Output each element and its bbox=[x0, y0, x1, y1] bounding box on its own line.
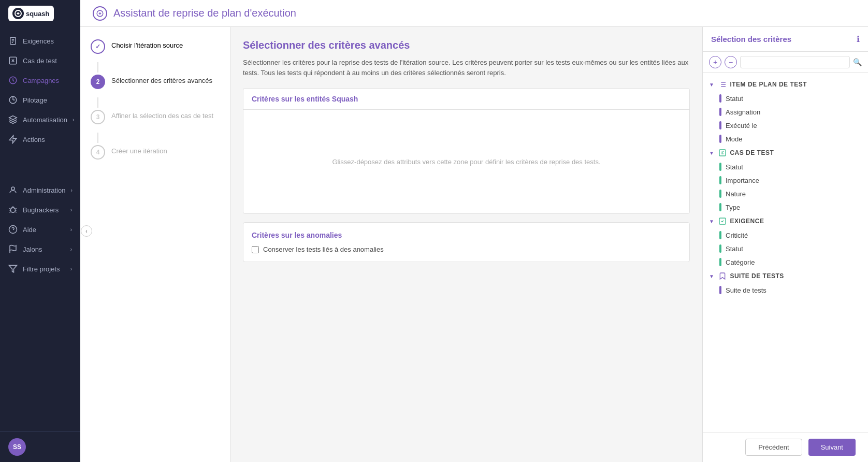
tree-item-criticite-exig[interactable]: Criticité bbox=[703, 228, 868, 242]
tree-item-categorie-exig[interactable]: Catégorie bbox=[703, 255, 868, 269]
prev-button[interactable]: Précédent bbox=[745, 439, 802, 456]
bar-icon bbox=[719, 121, 721, 129]
step-connector-2 bbox=[97, 97, 98, 108]
collapse-icon-item-plan-test: ▼ bbox=[709, 82, 714, 88]
tree-group-item-plan-test[interactable]: ▼ ITEM DE PLAN DE TEST bbox=[703, 77, 868, 92]
tree-group-suite-de-tests-label: SUITE DE TESTS bbox=[730, 272, 862, 280]
bar-icon bbox=[719, 244, 721, 253]
add-criteria-button[interactable]: + bbox=[709, 56, 721, 68]
admin-icon bbox=[8, 185, 18, 195]
tree-item-importance-cdt[interactable]: Importance bbox=[703, 174, 868, 187]
tree-item-label: Suite de tests bbox=[726, 286, 766, 294]
sidebar-item-exigences[interactable]: Exigences bbox=[0, 31, 80, 51]
criteria-selection-header: Sélection des critères ℹ bbox=[703, 27, 868, 52]
bar-icon bbox=[719, 163, 721, 171]
sidebar-item-actions[interactable]: Actions bbox=[0, 129, 80, 149]
svg-line-18 bbox=[9, 212, 10, 213]
tree-item-label: Type bbox=[726, 204, 740, 211]
criteria-selection-title: Sélection des critères bbox=[711, 35, 791, 44]
chevron-right-icon-filtre: › bbox=[70, 266, 72, 272]
step-icon-1: ✓ bbox=[91, 39, 105, 54]
sidebar-item-campagnes-label: Campagnes bbox=[23, 77, 59, 84]
action-icon bbox=[8, 135, 18, 144]
main-area: Assistant de reprise de plan d'exécution… bbox=[80, 0, 868, 462]
criteria-search-input[interactable] bbox=[740, 56, 850, 68]
content-panel: Sélectionner des critères avancés Sélect… bbox=[230, 27, 702, 462]
page-header: Assistant de reprise de plan d'exécution bbox=[80, 0, 868, 27]
criteria-drop-zone[interactable]: Glissez-déposez des attributs vers cette… bbox=[243, 110, 689, 213]
wizard-step-1: ✓ Choisir l'itération source bbox=[91, 39, 220, 54]
sidebar-item-automatisation[interactable]: Automatisation › bbox=[0, 110, 80, 129]
bug-icon bbox=[8, 205, 18, 214]
sidebar-item-filtre-projets[interactable]: Filtre projets › bbox=[0, 259, 80, 279]
sidebar-item-aide[interactable]: Aide › bbox=[0, 220, 80, 239]
step-connector-3 bbox=[97, 133, 98, 143]
criteria-search-button[interactable]: 🔍 bbox=[853, 58, 862, 66]
step-label-3: Affiner la sélection des cas de test bbox=[111, 110, 213, 120]
info-icon[interactable]: ℹ bbox=[857, 34, 860, 44]
check-icon bbox=[718, 217, 727, 225]
sidebar-item-jalons-label: Jalons bbox=[23, 246, 42, 253]
bar-icon bbox=[719, 286, 721, 294]
section-desc: Sélectionner les critères pour la repris… bbox=[243, 57, 690, 78]
tree-item-assignation-ipt[interactable]: Assignation bbox=[703, 105, 868, 119]
sidebar-item-aide-label: Aide bbox=[23, 226, 36, 234]
remove-criteria-button[interactable]: − bbox=[725, 56, 737, 68]
back-button[interactable] bbox=[93, 6, 107, 21]
sidebar-collapse-button[interactable]: ‹ bbox=[81, 225, 92, 237]
list-icon bbox=[718, 80, 727, 89]
sidebar-item-cas-de-test[interactable]: Cas de test bbox=[0, 51, 80, 70]
next-button[interactable]: Suivant bbox=[808, 439, 856, 456]
anomalies-checkbox-label[interactable]: Conserver les tests liés à des anomalies bbox=[263, 246, 384, 253]
sidebar-nav: Exigences Cas de test Campagnes Pilotage… bbox=[0, 27, 80, 431]
bar-icon bbox=[719, 203, 721, 211]
tree-group-exigence[interactable]: ▼ EXIGENCE bbox=[703, 214, 868, 228]
collapse-icon-cas-de-test: ▼ bbox=[709, 150, 714, 156]
anomalies-checkbox[interactable] bbox=[252, 246, 259, 253]
tree-item-statut-exig[interactable]: Statut bbox=[703, 242, 868, 255]
step-label-4: Créer une itération bbox=[111, 145, 167, 155]
sidebar-item-administration-label: Administration bbox=[23, 186, 65, 194]
tree-group-cas-de-test[interactable]: ▼ CAS DE TEST bbox=[703, 146, 868, 160]
tree-item-statut-ipt[interactable]: Statut bbox=[703, 92, 868, 105]
sidebar-item-jalons[interactable]: Jalons › bbox=[0, 239, 80, 259]
tree-item-label: Exécuté le bbox=[726, 122, 757, 129]
chevron-right-icon-jalons: › bbox=[70, 247, 72, 252]
tree-item-label: Assignation bbox=[726, 108, 760, 116]
bar-icon bbox=[719, 231, 721, 239]
bar-icon bbox=[719, 108, 721, 116]
test-icon bbox=[8, 56, 18, 65]
tree-group-suite-de-tests[interactable]: ▼ SUITE DE TESTS bbox=[703, 269, 868, 283]
sidebar-item-pilotage[interactable]: Pilotage bbox=[0, 90, 80, 110]
tree-item-nature-cdt[interactable]: Nature bbox=[703, 187, 868, 200]
tree-item-label: Statut bbox=[726, 245, 743, 253]
step-label-1: Choisir l'itération source bbox=[111, 39, 183, 49]
step-connector-1 bbox=[97, 62, 98, 73]
tree-item-label: Catégorie bbox=[726, 258, 755, 266]
flag-icon bbox=[8, 244, 18, 254]
chevron-right-icon-aide: › bbox=[70, 227, 72, 233]
sidebar-item-administration[interactable]: Administration › bbox=[0, 180, 80, 200]
tree-item-label: Criticité bbox=[726, 232, 748, 239]
filter-icon bbox=[8, 264, 18, 273]
content-area: ✓ Choisir l'itération source 2 Sélection… bbox=[80, 27, 868, 462]
sidebar-item-bugtrackers[interactable]: Bugtrackers › bbox=[0, 200, 80, 220]
tree-item-type-cdt[interactable]: Type bbox=[703, 200, 868, 214]
anomalies-checkbox-row: Conserver les tests liés à des anomalies bbox=[252, 246, 681, 253]
step-icon-3: 3 bbox=[91, 110, 105, 124]
wizard-step-3: 3 Affiner la sélection des cas de test bbox=[91, 110, 220, 124]
bar-icon bbox=[719, 176, 721, 184]
avatar[interactable]: SS bbox=[8, 438, 26, 456]
tree-item-suite-de-tests[interactable]: Suite de tests bbox=[703, 283, 868, 297]
criteria-selection-panel: Sélection des critères ℹ + − 🔍 ▼ ITEM DE… bbox=[702, 27, 868, 462]
help-icon bbox=[8, 225, 18, 234]
tree-item-statut-cdt[interactable]: Statut bbox=[703, 160, 868, 174]
tree-item-label: Statut bbox=[726, 163, 743, 171]
criteria-squash-box: Critères sur les entités Squash Glissez-… bbox=[243, 88, 690, 214]
tree-item-execute-le-ipt[interactable]: Exécuté le bbox=[703, 119, 868, 132]
sidebar-item-campagnes[interactable]: Campagnes bbox=[0, 70, 80, 90]
file-icon bbox=[8, 36, 18, 46]
wizard-step-4: 4 Créer une itération bbox=[91, 145, 220, 160]
step-label-2: Sélectionner des critères avancés bbox=[111, 75, 212, 84]
tree-item-mode-ipt[interactable]: Mode bbox=[703, 132, 868, 146]
